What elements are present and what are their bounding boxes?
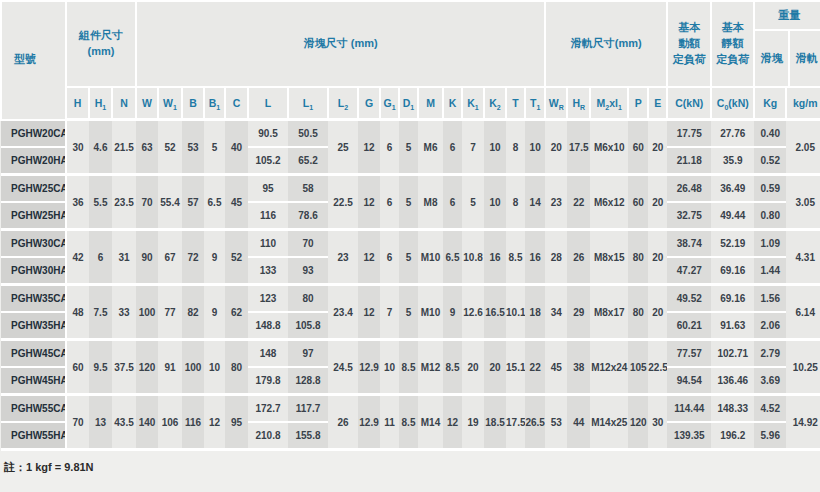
cell-K: 9 (443, 285, 462, 340)
cell-P: 60 (628, 175, 648, 230)
model-cell: PGHW45CA (1, 340, 66, 368)
cell-Kg: 0.52 (754, 147, 786, 175)
cell-K2: 10 (484, 175, 506, 230)
cell-L1: 128.8 (288, 367, 328, 395)
cell-Mxl: M8x15 (590, 230, 628, 285)
cell-C: 80 (225, 340, 248, 395)
cell-C0kN: 52.19 (711, 230, 754, 258)
cell-W: 100 (136, 285, 158, 340)
cell-G: 12.9 (358, 395, 380, 450)
cell-C0kN: 196.2 (711, 422, 754, 450)
col-header-H: H (66, 87, 89, 120)
cell-Kg: 2.79 (754, 340, 786, 368)
cell-L2: 23 (328, 230, 358, 285)
cell-W: 70 (136, 175, 158, 230)
cell-P: 80 (628, 285, 648, 340)
cell-L2: 22.5 (328, 175, 358, 230)
spec-row: PGHW25CA365.523.57055.4576.545955822.512… (1, 175, 820, 203)
cell-N: 31 (112, 230, 136, 285)
cell-L1: 97 (288, 340, 328, 368)
cell-C0kN: 91.63 (711, 312, 754, 340)
weight-group: 重量滑塊滑軌 (755, 2, 820, 86)
cell-W: 140 (136, 395, 158, 450)
cell-L1: 93 (288, 257, 328, 285)
cell-L: 172.7 (248, 395, 288, 423)
cell-L2: 25 (328, 120, 358, 175)
model-cell: PGHW55CA (1, 395, 66, 423)
cell-C: 45 (225, 175, 248, 230)
cell-Mxl: M6x12 (590, 175, 628, 230)
cell-G: 12 (358, 120, 380, 175)
cell-K: 8.5 (443, 340, 462, 395)
cell-T: 8 (506, 120, 525, 175)
cell-L: 148 (248, 340, 288, 368)
cell-L1: 78.6 (288, 202, 328, 230)
cell-T1: 18 (525, 285, 545, 340)
cell-T: 15.1 (506, 340, 525, 395)
cell-WR: 23 (545, 175, 567, 230)
cell-CkN: 21.18 (667, 147, 711, 175)
cell-G1: 6 (380, 230, 399, 285)
cell-C0kN: 136.46 (711, 367, 754, 395)
header-group-row: 型號組件尺寸 (mm)滑塊尺寸 (mm)滑軌尺寸(mm)基本 動額 定負荷基本 … (1, 1, 820, 87)
cell-CkN: 32.75 (667, 202, 711, 230)
cell-L: 110 (248, 230, 288, 258)
col-header-WR: WR (545, 87, 567, 120)
cell-C0kN: 35.9 (711, 147, 754, 175)
cell-T: 8.5 (506, 230, 525, 285)
cell-L1: 80 (288, 285, 328, 313)
cell-CkN: 94.54 (667, 367, 711, 395)
col-header-kgm: kg/m (786, 87, 820, 120)
cell-N: 23.5 (112, 175, 136, 230)
cell-P: 120 (628, 395, 648, 450)
footnote: 註：1 kgf = 9.81N (0, 451, 820, 475)
model-cell: PGHW30HA (1, 257, 66, 285)
cell-K2: 20 (484, 340, 506, 395)
model-cell: PGHW20HA (1, 147, 66, 175)
col-header-G: G (358, 87, 380, 120)
cell-Kg: 4.52 (754, 395, 786, 423)
cell-L1: 65.2 (288, 147, 328, 175)
cell-H: 42 (66, 230, 89, 285)
cell-B: 57 (182, 175, 204, 230)
cell-B1: 9 (204, 230, 225, 285)
col-header-K1: K1 (462, 87, 484, 120)
cell-H1: 9.5 (89, 340, 112, 395)
col-header-M: M (418, 87, 443, 120)
cell-P: 105 (628, 340, 648, 395)
cell-L: 116 (248, 202, 288, 230)
cell-T1: 16 (525, 230, 545, 285)
cell-H: 60 (66, 340, 89, 395)
weight-sub-row: 滑塊滑軌 (755, 31, 820, 86)
cell-T: 10.1 (506, 285, 525, 340)
cell-Mxl: M6x10 (590, 120, 628, 175)
cell-HR: 44 (567, 395, 590, 450)
header-symbol-row: HH1NWW1BB1CLL1L2GG1D1MKK1K2TT1WRHRM2xl1P… (1, 87, 820, 120)
cell-W: 63 (136, 120, 158, 175)
cell-T1: 22 (525, 340, 545, 395)
cell-M: M12 (418, 340, 443, 395)
cell-kgm: 4.31 (786, 230, 820, 285)
cell-E: 20 (648, 285, 667, 340)
cell-W1: 55.4 (158, 175, 182, 230)
cell-L: 95 (248, 175, 288, 203)
model-header: 型號 (1, 1, 66, 120)
cell-Kg: 0.59 (754, 175, 786, 203)
cell-W1: 91 (158, 340, 182, 395)
model-cell: PGHW20CA (1, 120, 66, 148)
cell-L1: 50.5 (288, 120, 328, 148)
cell-M: M14 (418, 395, 443, 450)
cell-M: M10 (418, 285, 443, 340)
cell-N: 21.5 (112, 120, 136, 175)
cell-P: 60 (628, 120, 648, 175)
cell-N: 37.5 (112, 340, 136, 395)
col-header-L1: L1 (288, 87, 328, 120)
cell-G1: 10 (380, 340, 399, 395)
group-header-dynamic-load: 基本 動額 定負荷 (667, 1, 711, 87)
cell-T1: 10 (525, 120, 545, 175)
cell-B1: 10 (204, 340, 225, 395)
group-header-static-load: 基本 靜額 定負荷 (711, 1, 754, 87)
group-header-weight: 重量滑塊滑軌 (754, 1, 820, 87)
model-cell: PGHW25CA (1, 175, 66, 203)
cell-L: 148.8 (248, 312, 288, 340)
